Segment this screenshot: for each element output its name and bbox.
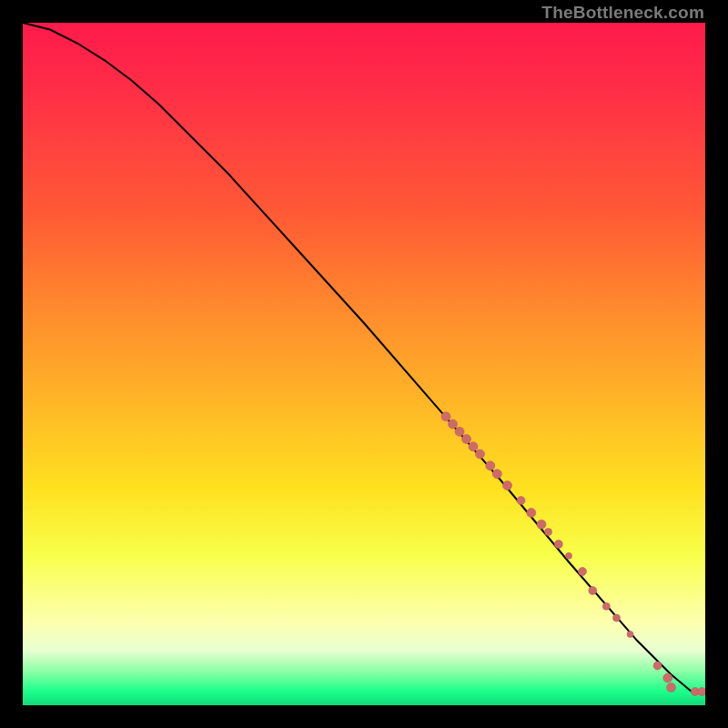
data-point: [602, 602, 610, 610]
plot-area: [23, 23, 705, 705]
data-point: [441, 412, 450, 421]
data-point: [698, 688, 705, 696]
data-point: [566, 552, 572, 559]
data-point: [462, 435, 471, 444]
data-point: [503, 481, 512, 490]
data-point: [469, 442, 478, 451]
chart-svg: [23, 23, 705, 705]
data-point: [449, 420, 458, 429]
data-point: [545, 529, 552, 536]
data-point: [537, 520, 546, 529]
data-point: [667, 683, 676, 693]
data-point: [486, 461, 495, 470]
data-point: [476, 450, 485, 459]
data-point: [627, 632, 633, 638]
data-point: [492, 470, 501, 479]
series-curve: [23, 23, 705, 692]
data-point: [527, 509, 536, 518]
data-point: [579, 568, 587, 576]
data-point: [691, 688, 699, 696]
data-point: [589, 587, 597, 595]
chart-frame: TheBottleneck.com: [0, 0, 728, 728]
data-point: [455, 427, 464, 436]
data-point: [554, 541, 562, 549]
data-point: [613, 614, 621, 622]
watermark-text: TheBottleneck.com: [541, 4, 704, 21]
series-markers: [441, 412, 705, 696]
data-point: [517, 497, 525, 505]
data-point: [663, 673, 672, 682]
data-point: [653, 662, 662, 670]
